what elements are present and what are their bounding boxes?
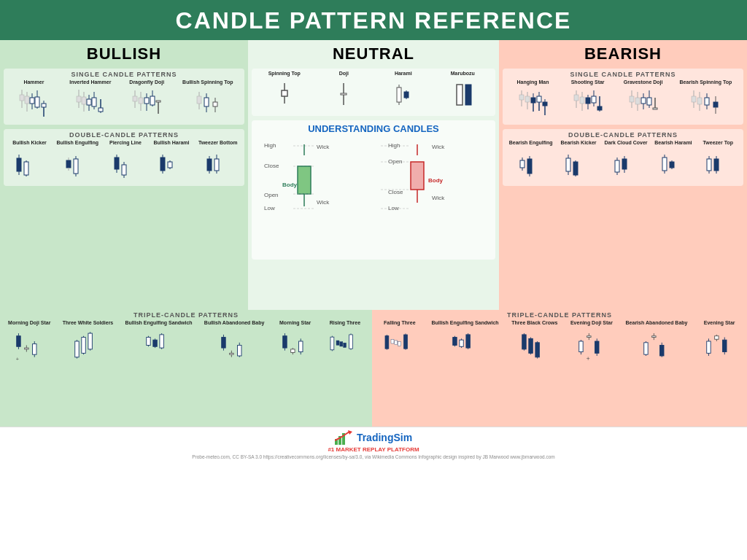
svg-rect-7	[30, 98, 34, 104]
svg-rect-247	[238, 346, 241, 357]
pattern-bullish-spinning-top: Bullish Spinning Top	[182, 79, 233, 122]
svg-rect-274	[403, 335, 407, 349]
svg-rect-262	[340, 342, 343, 346]
footer: TradingSim #1 MARKET REPLAY PLATFORM Pro…	[0, 427, 747, 461]
bearish-single-patterns: Hanging Man	[506, 79, 740, 122]
pattern-inverted-hammer: Inverted Hammer	[69, 79, 111, 122]
doji-icon	[326, 77, 361, 114]
svg-rect-103	[298, 166, 311, 194]
svg-rect-163	[641, 98, 646, 104]
pattern-bearish-abandoned-baby: Bearish Abandoned Baby	[626, 320, 688, 363]
svg-rect-22	[87, 99, 91, 105]
svg-rect-271	[395, 341, 398, 345]
bullish-kicker-icon	[12, 147, 47, 184]
svg-rect-61	[66, 160, 71, 168]
svg-rect-127	[519, 95, 524, 100]
neutral-single-section: Spinning Top Doji	[252, 69, 495, 116]
svg-rect-223	[75, 341, 79, 357]
svg-rect-189	[566, 158, 570, 171]
svg-rect-37	[144, 98, 149, 104]
gravestone-doji-icon	[626, 86, 661, 122]
svg-rect-154	[597, 106, 602, 110]
bullish-abandoned-baby-icon	[217, 327, 252, 363]
pattern-bearish-engulfing: Bearish Engulfing	[509, 140, 553, 183]
bearish-double-title: DOUBLE-CANDLE PATTERNS	[506, 131, 740, 139]
svg-rect-76	[168, 162, 172, 168]
svg-rect-280	[459, 341, 462, 347]
svg-rect-171	[692, 96, 696, 102]
svg-text:Close: Close	[264, 163, 279, 169]
svg-text:+: +	[16, 357, 19, 363]
svg-rect-235	[152, 341, 156, 347]
svg-rect-201	[662, 158, 667, 171]
svg-text:Close: Close	[388, 189, 403, 195]
svg-text:Open: Open	[388, 158, 403, 165]
svg-rect-229	[88, 333, 92, 349]
svg-rect-232	[146, 338, 150, 346]
svg-rect-73	[160, 158, 165, 171]
svg-rect-301	[595, 341, 598, 353]
pattern-piercing-line: Piercing Line	[107, 140, 144, 183]
svg-rect-186	[527, 159, 532, 174]
svg-rect-97	[465, 85, 471, 105]
svg-rect-317	[715, 336, 719, 340]
svg-rect-308	[652, 336, 656, 338]
pattern-bullish-abandoned-baby: Bullish Abandoned Baby	[204, 320, 265, 363]
morning-star-icon	[278, 327, 313, 363]
understanding-title: UNDERSTANDING CANDLES	[255, 123, 492, 134]
evening-star-icon	[702, 327, 737, 363]
svg-rect-268	[385, 336, 389, 349]
svg-rect-226	[82, 338, 85, 354]
bullish-spinning-top-icon	[190, 86, 225, 122]
pattern-tweezer-bottom: Tweezer Bottom	[198, 140, 238, 183]
pattern-evening-doji-star: Evening Doji Star +	[570, 320, 613, 363]
svg-text:High: High	[388, 142, 400, 149]
svg-rect-67	[115, 158, 119, 169]
tweezer-bottom-icon	[201, 147, 236, 184]
svg-rect-292	[535, 343, 539, 357]
tradingsim-logo-icon	[335, 430, 352, 445]
bullish-harami-icon	[154, 147, 189, 184]
pattern-doji: Doji	[325, 71, 363, 114]
svg-rect-52	[213, 102, 217, 106]
svg-text:High: High	[264, 142, 276, 149]
bearish-engulfing-icon	[514, 147, 549, 184]
pattern-hammer: Hammer	[15, 79, 53, 122]
svg-rect-238	[159, 335, 163, 348]
svg-rect-210	[714, 159, 719, 171]
neutral-header: NEUTRAL	[250, 42, 497, 66]
svg-rect-198	[622, 159, 627, 169]
bullish-header: BULLISH	[2, 42, 246, 66]
bullish-engulfing-icon	[60, 147, 95, 184]
svg-rect-311	[660, 346, 664, 357]
page-title: CANDLE PATTERN REFERENCE	[0, 7, 747, 34]
svg-rect-263	[343, 343, 346, 348]
svg-rect-272	[398, 342, 400, 346]
svg-rect-219	[33, 344, 36, 355]
svg-rect-31	[133, 96, 137, 101]
svg-rect-19	[82, 97, 86, 104]
svg-rect-58	[24, 162, 28, 175]
pattern-falling-three: Falling Three	[381, 320, 419, 363]
svg-rect-4	[25, 96, 29, 104]
pattern-bearish-spinning-top: Bearish Spinning Top	[680, 79, 732, 122]
svg-rect-82	[214, 159, 219, 171]
footer-tagline: #1 MARKET REPLAY PLATFORM	[0, 446, 747, 453]
bullish-single-title: SINGLE CANDLE PATTERNS	[7, 71, 241, 78]
svg-text:+: +	[587, 357, 590, 363]
page-header: CANDLE PATTERN REFERENCE	[0, 0, 747, 40]
svg-rect-295	[579, 341, 583, 352]
svg-rect-270	[391, 340, 394, 344]
understanding-candles-section: UNDERSTANDING CANDLES High Close Body Op…	[252, 120, 495, 260]
svg-text:Body: Body	[428, 177, 444, 184]
bearish-double-patterns: Bearish Engulfing Bearish Kicker	[506, 140, 740, 183]
svg-rect-320	[723, 341, 727, 352]
svg-rect-253	[290, 349, 294, 353]
svg-rect-169	[653, 108, 657, 109]
piercing-line-icon	[108, 147, 143, 184]
svg-text:Wick: Wick	[317, 199, 330, 206]
svg-rect-139	[543, 102, 547, 106]
triple-section: TRIPLE-CANDLE PATTERNS Morning Doji Star	[0, 310, 747, 427]
svg-rect-40	[150, 96, 155, 105]
svg-rect-314	[707, 341, 711, 353]
